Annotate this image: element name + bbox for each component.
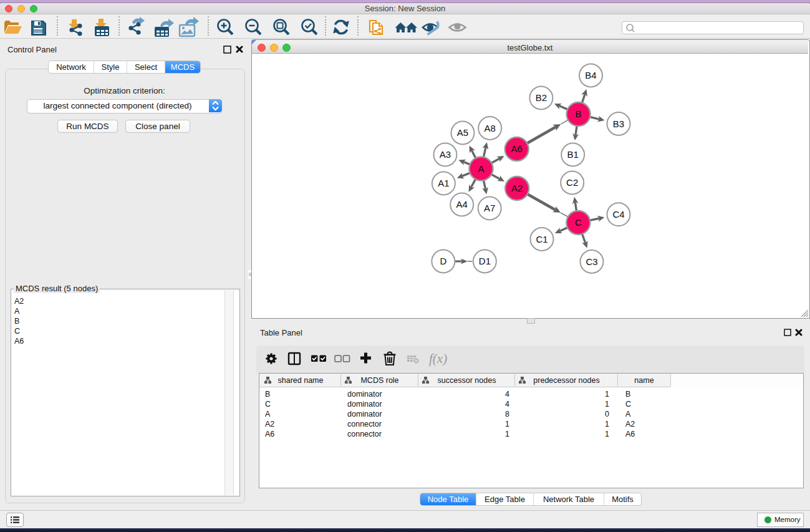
svg-text:shared name: shared name <box>278 376 324 385</box>
svg-text:B4: B4 <box>585 70 596 80</box>
svg-text:connector: connector <box>347 430 382 438</box>
svg-text:1: 1 <box>605 420 609 428</box>
svg-text:A7: A7 <box>484 203 495 213</box>
svg-text:D: D <box>440 256 446 266</box>
svg-text:successor nodes: successor nodes <box>438 376 496 385</box>
svg-text:C3: C3 <box>586 256 597 267</box>
svg-text:C2: C2 <box>566 177 578 188</box>
svg-text:B: B <box>576 109 582 119</box>
svg-text:1: 1 <box>605 390 609 399</box>
svg-text:C: C <box>575 217 582 228</box>
svg-text:name: name <box>634 376 653 385</box>
svg-text:8: 8 <box>505 410 509 418</box>
svg-text:A2: A2 <box>625 420 635 428</box>
svg-text:A6: A6 <box>511 143 523 154</box>
svg-text:B: B <box>265 390 270 399</box>
svg-text:connector: connector <box>347 420 382 428</box>
svg-text:0: 0 <box>605 410 609 418</box>
svg-text:A8: A8 <box>485 123 496 133</box>
svg-text:MCDS role: MCDS role <box>360 376 398 385</box>
svg-text:C: C <box>265 400 271 409</box>
svg-text:A: A <box>625 410 631 418</box>
svg-text:A5: A5 <box>457 127 468 138</box>
svg-text:1: 1 <box>505 420 509 428</box>
svg-text:C1: C1 <box>536 234 547 244</box>
svg-text:C: C <box>625 400 631 409</box>
svg-text:A1: A1 <box>438 178 449 188</box>
svg-text:f(x): f(x) <box>429 351 447 366</box>
svg-text:1: 1 <box>505 430 509 438</box>
svg-text:B1: B1 <box>567 149 579 160</box>
svg-text:D1: D1 <box>479 256 491 266</box>
svg-text:A6: A6 <box>625 430 635 438</box>
svg-text:1: 1 <box>605 400 609 409</box>
svg-text:dominator: dominator <box>347 390 382 399</box>
svg-text:dominator: dominator <box>347 410 382 418</box>
svg-text:predecessor nodes: predecessor nodes <box>533 376 599 385</box>
svg-text:4: 4 <box>505 400 509 409</box>
svg-text:A2: A2 <box>511 183 523 193</box>
svg-text:A: A <box>265 410 271 418</box>
svg-text:A6: A6 <box>265 430 274 438</box>
svg-text:C4: C4 <box>612 209 624 220</box>
svg-text:A3: A3 <box>440 149 451 160</box>
svg-text:dominator: dominator <box>347 400 382 409</box>
svg-text:1: 1 <box>605 430 609 438</box>
svg-text:A4: A4 <box>456 199 468 210</box>
svg-text:B: B <box>625 390 630 399</box>
svg-text:B3: B3 <box>613 118 624 129</box>
svg-text:A2: A2 <box>265 420 274 428</box>
svg-text:A: A <box>478 163 484 174</box>
svg-text:4: 4 <box>505 390 509 399</box>
svg-text:B2: B2 <box>536 92 547 103</box>
